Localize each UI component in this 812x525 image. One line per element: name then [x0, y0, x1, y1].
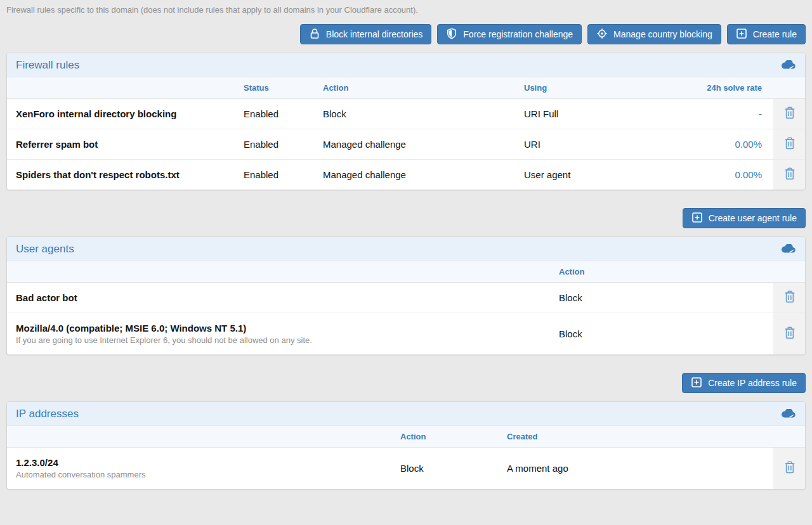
column-header-name: [7, 426, 400, 448]
delete-rule-button[interactable]: [780, 104, 800, 124]
trash-icon: [783, 461, 796, 476]
plus-square-icon: [691, 377, 702, 390]
location-crosshairs-icon: [596, 28, 608, 41]
button-label: Manage country blocking: [613, 29, 712, 39]
panel-title: IP addresses: [16, 408, 79, 420]
column-header-delete: [773, 77, 806, 99]
manage-country-blocking-button[interactable]: Manage country blocking: [587, 24, 721, 44]
user-agents-panel: User agents Action Bad actor bot Block: [6, 237, 806, 355]
rule-solve-rate: -: [660, 99, 773, 129]
panel-title: Firewall rules: [16, 59, 79, 72]
button-label: Create user agent rule: [709, 213, 797, 223]
column-header-created: Created: [507, 426, 773, 448]
firewall-rules-panel-header: Firewall rules: [7, 53, 805, 77]
trash-icon: [783, 327, 796, 341]
create-user-agent-rule-button[interactable]: Create user agent rule: [683, 208, 806, 228]
ip-addresses-actions: Create IP address rule: [0, 355, 812, 393]
column-header-action: Action: [559, 261, 773, 283]
rule-action: Managed challenge: [323, 129, 524, 160]
trash-icon: [783, 137, 796, 152]
column-header-solve-rate: 24h solve rate: [660, 77, 773, 99]
delete-rule-button[interactable]: [780, 134, 800, 154]
ip-addresses-table: Action Created 1.2.3.0/24 Automated conv…: [7, 426, 806, 489]
table-row: Referrer spam bot Enabled Managed challe…: [7, 129, 806, 160]
trash-icon: [783, 167, 796, 182]
table-row: Bad actor bot Block: [7, 283, 806, 313]
column-header-action: Action: [400, 426, 507, 448]
page-description: Firewall rules specific to this domain (…: [0, 0, 812, 15]
ip-address-action: Block: [400, 448, 507, 489]
plus-square-icon: [691, 212, 703, 225]
create-ip-address-rule-button[interactable]: Create IP address rule: [682, 373, 806, 393]
table-header-row: Action: [7, 261, 806, 283]
trash-icon: [783, 107, 796, 121]
block-internal-directories-button[interactable]: Block internal directories: [300, 24, 432, 44]
ip-address-description: Automated conversation spammers: [16, 470, 400, 479]
user-agent-description: If you are going to use Internet Explore…: [16, 335, 559, 345]
cloudflare-cloud-icon: [780, 409, 796, 418]
cloudflare-cloud-icon: [780, 60, 796, 70]
table-header-row: Status Action Using 24h solve rate: [7, 77, 806, 99]
firewall-rules-table: Status Action Using 24h solve rate XenFo…: [7, 77, 806, 190]
rule-using: URI: [524, 129, 660, 160]
delete-user-agent-button[interactable]: [780, 324, 800, 344]
solve-rate-link[interactable]: 0.00%: [735, 169, 762, 180]
button-label: Create IP address rule: [708, 378, 797, 388]
table-header-row: Action Created: [7, 426, 806, 448]
column-header-name: [7, 261, 559, 283]
ip-addresses-panel: IP addresses Action Created 1.2.3.0/24 A…: [6, 401, 806, 489]
rule-status: Enabled: [244, 129, 323, 160]
rule-action: Block: [323, 99, 524, 129]
column-header-delete: [773, 261, 806, 283]
column-header-status: Status: [244, 77, 323, 99]
user-agent-name: Mozilla/4.0 (compatible; MSIE 6.0; Windo…: [16, 323, 559, 334]
user-agent-action: Block: [559, 283, 773, 313]
lock-icon: [309, 28, 320, 41]
firewall-admin-page: Firewall rules specific to this domain (…: [0, 0, 812, 525]
user-agents-actions: Create user agent rule: [0, 190, 812, 228]
button-label: Create rule: [753, 29, 797, 39]
trash-icon: [783, 290, 796, 305]
column-header-delete: [773, 426, 806, 448]
delete-ip-address-button[interactable]: [780, 458, 800, 478]
rule-status: Enabled: [244, 99, 323, 129]
toolbar: Block internal directories Force registr…: [0, 15, 812, 44]
ip-address-name: 1.2.3.0/24: [16, 457, 400, 468]
button-label: Block internal directories: [326, 29, 423, 39]
firewall-rules-panel: Firewall rules Status Action Using 24h s…: [6, 53, 806, 190]
user-agent-action: Block: [559, 313, 773, 355]
plus-square-icon: [736, 28, 747, 41]
column-header-using: Using: [524, 77, 660, 99]
rule-name: Spiders that don't respect robots.txt: [16, 169, 180, 180]
user-agents-table: Action Bad actor bot Block Mozilla/4.0 (…: [7, 261, 806, 354]
rule-action: Managed challenge: [323, 160, 524, 190]
user-agent-name: Bad actor bot: [16, 292, 77, 303]
ip-address-created: A moment ago: [507, 448, 773, 489]
delete-rule-button[interactable]: [780, 165, 800, 185]
rule-using: URI Full: [524, 99, 660, 129]
table-row: 1.2.3.0/24 Automated conversation spamme…: [7, 448, 806, 489]
column-header-name: [7, 77, 244, 99]
ip-addresses-panel-header: IP addresses: [7, 402, 805, 426]
user-agents-panel-header: User agents: [7, 237, 805, 261]
rule-name: Referrer spam bot: [16, 139, 98, 150]
button-label: Force registration challenge: [463, 29, 573, 39]
solve-rate-link[interactable]: 0.00%: [735, 139, 762, 150]
rule-name: XenForo internal directory blocking: [16, 108, 176, 119]
column-header-action: Action: [323, 77, 524, 99]
cloudflare-cloud-icon: [780, 244, 796, 254]
create-rule-button[interactable]: Create rule: [727, 24, 806, 44]
force-registration-challenge-button[interactable]: Force registration challenge: [437, 24, 582, 44]
rule-using: User agent: [524, 160, 660, 190]
table-row: Mozilla/4.0 (compatible; MSIE 6.0; Windo…: [7, 313, 806, 355]
table-row: XenForo internal directory blocking Enab…: [7, 99, 806, 129]
panel-title: User agents: [16, 243, 74, 256]
table-row: Spiders that don't respect robots.txt En…: [7, 160, 806, 190]
shield-icon: [446, 28, 457, 41]
rule-status: Enabled: [244, 160, 323, 190]
delete-user-agent-button[interactable]: [780, 288, 800, 308]
